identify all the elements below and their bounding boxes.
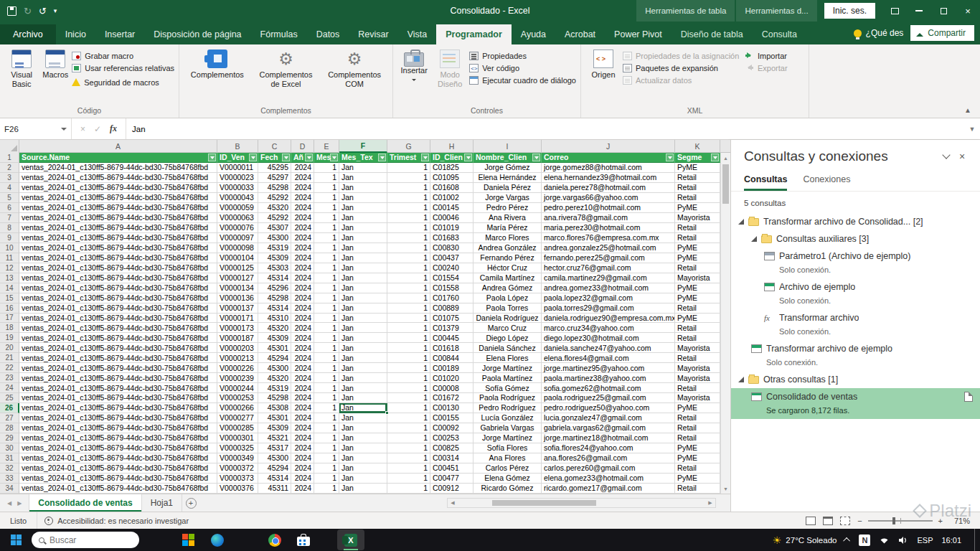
cell-B4[interactable]: V0000033: [217, 183, 258, 193]
cell-K32[interactable]: Retail: [675, 463, 720, 474]
cell-C34[interactable]: 45311: [258, 484, 291, 494]
cell-G19[interactable]: 1: [387, 333, 430, 343]
row-header-11[interactable]: 11: [0, 253, 19, 263]
row-header-5[interactable]: 5: [0, 193, 19, 203]
filter-button-icon[interactable]: [711, 154, 719, 161]
cell-K5[interactable]: Retail: [675, 193, 720, 203]
cancel-entry-icon[interactable]: ×: [80, 124, 85, 134]
filter-button-icon[interactable]: [666, 154, 674, 161]
cell-A27[interactable]: ventas_2024-01_c130ff5-8679-44dc-bd30-75…: [19, 413, 217, 423]
row-header-26[interactable]: 26: [0, 403, 19, 413]
cell-A31[interactable]: ventas_2024-01_c130ff5-8679-44dc-bd30-75…: [19, 453, 217, 463]
cell-J34[interactable]: ricardo.gomez17@gmail.com: [542, 484, 675, 494]
taskbar-app-store[interactable]: [290, 529, 317, 550]
insertar-control-button[interactable]: Insertar: [397, 47, 430, 85]
paquetes-expansion-button[interactable]: Paquetes de expansión: [623, 64, 743, 72]
cell-J12[interactable]: hector.cruz76@gmail.com: [542, 263, 675, 273]
cell-K21[interactable]: Retail: [675, 353, 720, 363]
cell-C2[interactable]: 45295: [258, 163, 291, 173]
cell-E8[interactable]: 1: [314, 223, 339, 233]
cell-K34[interactable]: Retail: [675, 484, 720, 494]
cell-K10[interactable]: PyME: [675, 243, 720, 253]
cell-D26[interactable]: 2024: [291, 403, 314, 413]
macros-button[interactable]: Macros: [40, 47, 70, 82]
cell-A24[interactable]: ventas_2024-01_c130ff5-8679-44dc-bd30-75…: [19, 383, 217, 393]
cell-J23[interactable]: paola.martinez38@yahoo.com: [542, 373, 675, 383]
tab-datos[interactable]: Datos: [307, 24, 349, 44]
cell-F3[interactable]: Jan: [339, 173, 387, 183]
filter-button-icon[interactable]: [282, 154, 290, 161]
table-header-nombre-clien[interactable]: Nombre_Clien: [473, 153, 542, 163]
cell-H16[interactable]: C00889: [430, 303, 473, 314]
start-button[interactable]: [0, 529, 32, 551]
expand-formula-bar-icon[interactable]: ▼: [964, 118, 980, 139]
cell-B21[interactable]: V0000213: [217, 353, 258, 363]
cell-D29[interactable]: 2024: [291, 433, 314, 443]
cell-J7[interactable]: ana.rivera78@gmail.com: [542, 213, 675, 223]
cell-D7[interactable]: 2024: [291, 213, 314, 223]
cell-A21[interactable]: ventas_2024-01_c130ff5-8679-44dc-bd30-75…: [19, 353, 217, 363]
cell-H7[interactable]: C00046: [430, 213, 473, 223]
cell-F14[interactable]: Jan: [339, 283, 387, 293]
sheet-nav-right-icon[interactable]: ▶: [17, 500, 22, 507]
row-header-7[interactable]: 7: [0, 213, 19, 223]
cell-G25[interactable]: 1: [387, 393, 430, 403]
row-header-17[interactable]: 17: [0, 314, 19, 324]
cell-H23[interactable]: C01020: [430, 373, 473, 383]
cell-F4[interactable]: Jan: [339, 183, 387, 193]
cell-D24[interactable]: 2024: [291, 383, 314, 393]
tab-disposición-de-página[interactable]: Disposición de página: [144, 24, 250, 44]
selected-cell[interactable]: Jan: [339, 403, 387, 413]
cell-G32[interactable]: 1: [387, 463, 430, 474]
cell-A18[interactable]: ventas_2024-01_c130ff5-8679-44dc-bd30-75…: [19, 323, 217, 333]
column-header-G[interactable]: G: [387, 140, 430, 153]
cell-C28[interactable]: 45309: [258, 423, 291, 433]
cell-C5[interactable]: 45292: [258, 193, 291, 203]
cell-K33[interactable]: PyME: [675, 474, 720, 484]
cell-K28[interactable]: Retail: [675, 423, 720, 433]
fill-handle[interactable]: [385, 411, 389, 415]
cell-B26[interactable]: V0000266: [217, 403, 258, 413]
cell-H19[interactable]: C00445: [430, 333, 473, 343]
cell-C27[interactable]: 45301: [258, 413, 291, 423]
cell-I18[interactable]: Marco Cruz: [473, 323, 542, 333]
cell-F32[interactable]: Jan: [339, 463, 387, 474]
horizontal-scroll-thumb[interactable]: [492, 500, 596, 506]
clock[interactable]: 16:01: [941, 536, 961, 545]
row-header-21[interactable]: 21: [0, 353, 19, 363]
cell-H9[interactable]: C01683: [430, 233, 473, 243]
cell-A15[interactable]: ventas_2024-01_c130ff5-8679-44dc-bd30-75…: [19, 293, 217, 303]
volume-icon[interactable]: [898, 536, 908, 545]
cell-B5[interactable]: V0000043: [217, 193, 258, 203]
cell-H12[interactable]: C00240: [430, 263, 473, 273]
tab-acrobat[interactable]: Acrobat: [555, 24, 605, 44]
cell-A7[interactable]: ventas_2024-01_c130ff5-8679-44dc-bd30-75…: [19, 213, 217, 223]
cell-E18[interactable]: 1: [314, 323, 339, 333]
cell-A33[interactable]: ventas_2024-01_c130ff5-8679-44dc-bd30-75…: [19, 474, 217, 484]
language-indicator[interactable]: ESP: [917, 536, 933, 545]
cell-I22[interactable]: Jorge Martínez: [473, 363, 542, 373]
column-header-E[interactable]: E: [314, 140, 339, 153]
cell-F5[interactable]: Jan: [339, 193, 387, 203]
cell-F28[interactable]: Jan: [339, 423, 387, 433]
cell-I19[interactable]: Diego López: [473, 333, 542, 343]
column-header-C[interactable]: C: [258, 140, 291, 153]
cell-B7[interactable]: V0000063: [217, 213, 258, 223]
vertical-scrollbar[interactable]: ▲ ▼: [720, 153, 730, 494]
cell-J9[interactable]: marco.flores76@empresa.com.mx: [542, 233, 675, 243]
cell-E13[interactable]: 1: [314, 273, 339, 283]
cell-G10[interactable]: 1: [387, 243, 430, 253]
cell-K25[interactable]: Mayorista: [675, 393, 720, 403]
cell-G20[interactable]: 1: [387, 343, 430, 353]
cell-C30[interactable]: 45317: [258, 443, 291, 453]
cell-F33[interactable]: Jan: [339, 474, 387, 484]
cell-A20[interactable]: ventas_2024-01_c130ff5-8679-44dc-bd30-75…: [19, 343, 217, 353]
expander-icon[interactable]: [738, 219, 744, 225]
filter-button-icon[interactable]: [378, 154, 386, 161]
cell-C7[interactable]: 45292: [258, 213, 291, 223]
cell-G3[interactable]: 1: [387, 173, 430, 183]
cell-H17[interactable]: C01075: [430, 314, 473, 324]
cell-D20[interactable]: 2024: [291, 343, 314, 353]
cell-A16[interactable]: ventas_2024-01_c130ff5-8679-44dc-bd30-75…: [19, 303, 217, 314]
query-item-transformar-archivo-de-consolidad-2[interactable]: Transformar archivo de Consolidad... [2]: [731, 213, 980, 230]
